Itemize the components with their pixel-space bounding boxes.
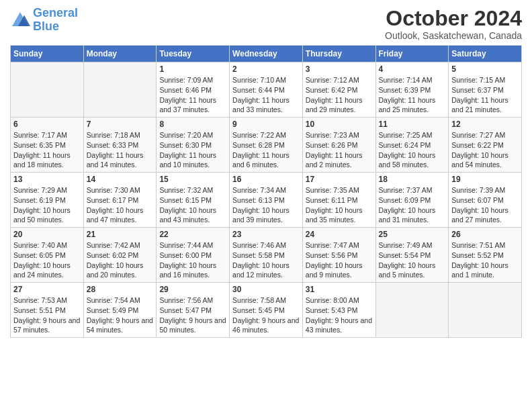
week-row-2: 13Sunrise: 7:29 AMSunset: 6:19 PMDayligh… [11,173,522,228]
cell-w2-d3: 16Sunrise: 7:34 AMSunset: 6:13 PMDayligh… [230,173,303,228]
cell-w4-d3: 30Sunrise: 7:58 AMSunset: 5:45 PMDayligh… [230,283,303,338]
cell-w4-d6 [449,283,522,338]
header-saturday: Saturday [449,46,522,62]
cell-w0-d1 [83,62,157,118]
cell-w0-d0 [11,62,84,118]
day-info: Sunrise: 7:17 AMSunset: 6:35 PMDaylight:… [13,130,81,170]
calendar-body: 1Sunrise: 7:09 AMSunset: 6:46 PMDaylight… [11,62,522,338]
day-number: 28 [87,285,154,294]
day-info: Sunrise: 7:44 AMSunset: 6:00 PMDaylight:… [159,240,226,280]
week-row-1: 6Sunrise: 7:17 AMSunset: 6:35 PMDaylight… [11,118,522,173]
day-number: 25 [379,230,446,239]
day-number: 1 [159,64,226,74]
day-number: 6 [13,120,81,129]
cell-w3-d3: 23Sunrise: 7:46 AMSunset: 5:58 PMDayligh… [230,228,303,283]
day-info: Sunrise: 7:32 AMSunset: 6:15 PMDaylight:… [159,185,226,225]
header-row: Sunday Monday Tuesday Wednesday Thursday… [11,46,522,62]
calendar-header: Sunday Monday Tuesday Wednesday Thursday… [11,46,522,62]
cell-w4-d1: 28Sunrise: 7:54 AMSunset: 5:49 PMDayligh… [83,283,157,338]
header-tuesday: Tuesday [157,46,230,62]
day-number: 8 [159,120,226,129]
day-number: 30 [232,285,300,294]
cell-w0-d4: 3Sunrise: 7:12 AMSunset: 6:42 PMDaylight… [302,62,375,118]
day-number: 19 [451,175,519,184]
day-info: Sunrise: 7:30 AMSunset: 6:17 PMDaylight:… [87,185,154,225]
logo: General Blue [10,7,78,34]
day-number: 29 [159,285,226,294]
cell-w1-d4: 10Sunrise: 7:23 AMSunset: 6:26 PMDayligh… [302,118,375,173]
cell-w3-d1: 21Sunrise: 7:42 AMSunset: 6:02 PMDayligh… [83,228,157,283]
cell-w0-d2: 1Sunrise: 7:09 AMSunset: 6:46 PMDaylight… [157,62,230,118]
day-number: 22 [159,230,226,239]
cell-w3-d5: 25Sunrise: 7:49 AMSunset: 5:54 PMDayligh… [375,228,449,283]
day-info: Sunrise: 7:47 AMSunset: 5:56 PMDaylight:… [306,240,373,280]
day-info: Sunrise: 7:14 AMSunset: 6:39 PMDaylight:… [379,75,446,115]
day-number: 31 [306,285,373,294]
day-number: 26 [451,230,519,239]
header-wednesday: Wednesday [230,46,303,62]
cell-w2-d0: 13Sunrise: 7:29 AMSunset: 6:19 PMDayligh… [11,173,84,228]
day-info: Sunrise: 7:51 AMSunset: 5:52 PMDaylight:… [451,240,519,280]
cell-w4-d4: 31Sunrise: 8:00 AMSunset: 5:43 PMDayligh… [302,283,375,338]
day-number: 2 [232,64,300,74]
day-number: 18 [379,175,446,184]
day-number: 11 [379,120,446,129]
day-number: 5 [451,64,519,74]
cell-w0-d3: 2Sunrise: 7:10 AMSunset: 6:44 PMDaylight… [230,62,303,118]
week-row-3: 20Sunrise: 7:40 AMSunset: 6:05 PMDayligh… [11,228,522,283]
day-info: Sunrise: 7:56 AMSunset: 5:47 PMDaylight:… [159,295,226,335]
day-info: Sunrise: 7:15 AMSunset: 6:37 PMDaylight:… [451,75,519,115]
logo-text: General Blue [33,7,78,34]
cell-w4-d0: 27Sunrise: 7:53 AMSunset: 5:51 PMDayligh… [11,283,84,338]
day-number: 10 [306,120,373,129]
day-number: 20 [13,230,81,239]
day-info: Sunrise: 7:23 AMSunset: 6:26 PMDaylight:… [306,130,373,170]
logo-general: General [33,6,78,19]
day-info: Sunrise: 7:39 AMSunset: 6:07 PMDaylight:… [451,185,519,225]
day-number: 12 [451,120,519,129]
day-number: 15 [159,175,226,184]
calendar-table: Sunday Monday Tuesday Wednesday Thursday… [10,45,522,338]
header-thursday: Thursday [302,46,375,62]
day-info: Sunrise: 7:49 AMSunset: 5:54 PMDaylight:… [379,240,446,280]
day-info: Sunrise: 7:40 AMSunset: 6:05 PMDaylight:… [13,240,81,280]
day-info: Sunrise: 7:09 AMSunset: 6:46 PMDaylight:… [159,75,226,115]
day-info: Sunrise: 7:22 AMSunset: 6:28 PMDaylight:… [232,130,300,170]
day-info: Sunrise: 7:25 AMSunset: 6:24 PMDaylight:… [379,130,446,170]
cell-w4-d2: 29Sunrise: 7:56 AMSunset: 5:47 PMDayligh… [157,283,230,338]
cell-w1-d2: 8Sunrise: 7:20 AMSunset: 6:30 PMDaylight… [157,118,230,173]
day-info: Sunrise: 7:46 AMSunset: 5:58 PMDaylight:… [232,240,300,280]
day-number: 16 [232,175,300,184]
cell-w2-d2: 15Sunrise: 7:32 AMSunset: 6:15 PMDayligh… [157,173,230,228]
day-number: 14 [87,175,154,184]
cell-w2-d6: 19Sunrise: 7:39 AMSunset: 6:07 PMDayligh… [449,173,522,228]
day-info: Sunrise: 7:37 AMSunset: 6:09 PMDaylight:… [379,185,446,225]
day-info: Sunrise: 7:54 AMSunset: 5:49 PMDaylight:… [87,295,154,335]
day-info: Sunrise: 7:10 AMSunset: 6:44 PMDaylight:… [232,75,300,115]
week-row-0: 1Sunrise: 7:09 AMSunset: 6:46 PMDaylight… [11,62,522,118]
logo-icon [10,10,30,30]
cell-w1-d5: 11Sunrise: 7:25 AMSunset: 6:24 PMDayligh… [375,118,449,173]
day-info: Sunrise: 7:35 AMSunset: 6:11 PMDaylight:… [306,185,373,225]
day-info: Sunrise: 8:00 AMSunset: 5:43 PMDaylight:… [306,295,373,335]
month-title: October 2024 [385,7,522,30]
cell-w0-d5: 4Sunrise: 7:14 AMSunset: 6:39 PMDaylight… [375,62,449,118]
day-info: Sunrise: 7:18 AMSunset: 6:33 PMDaylight:… [87,130,154,170]
day-number: 3 [306,64,373,74]
day-info: Sunrise: 7:53 AMSunset: 5:51 PMDaylight:… [13,295,81,335]
day-number: 24 [306,230,373,239]
day-number: 23 [232,230,300,239]
day-info: Sunrise: 7:29 AMSunset: 6:19 PMDaylight:… [13,185,81,225]
cell-w1-d6: 12Sunrise: 7:27 AMSunset: 6:22 PMDayligh… [449,118,522,173]
cell-w3-d4: 24Sunrise: 7:47 AMSunset: 5:56 PMDayligh… [302,228,375,283]
day-info: Sunrise: 7:12 AMSunset: 6:42 PMDaylight:… [306,75,373,115]
day-number: 27 [13,285,81,294]
day-info: Sunrise: 7:20 AMSunset: 6:30 PMDaylight:… [159,130,226,170]
cell-w1-d1: 7Sunrise: 7:18 AMSunset: 6:33 PMDaylight… [83,118,157,173]
cell-w3-d0: 20Sunrise: 7:40 AMSunset: 6:05 PMDayligh… [11,228,84,283]
header-sunday: Sunday [11,46,84,62]
day-number: 17 [306,175,373,184]
title-block: October 2024 Outlook, Saskatchewan, Cana… [385,7,522,41]
header-monday: Monday [83,46,157,62]
cell-w3-d2: 22Sunrise: 7:44 AMSunset: 6:00 PMDayligh… [157,228,230,283]
